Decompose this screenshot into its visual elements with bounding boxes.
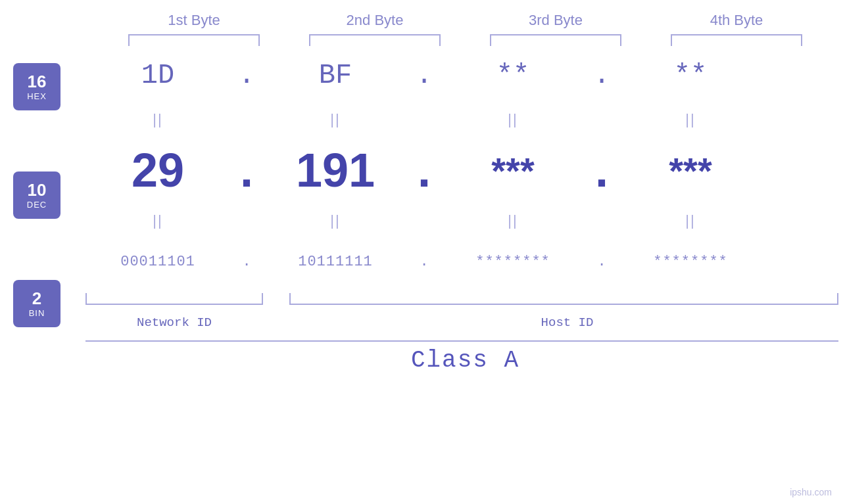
eq-row-1: || || || ||: [85, 105, 845, 134]
bracket-top-3: [490, 34, 621, 46]
bracket-top-1: [128, 34, 260, 46]
bin-b4: ********: [618, 254, 763, 270]
host-id-bracket: [289, 293, 838, 305]
eq-1-b3: ||: [441, 111, 585, 128]
badge-bin: 2 BIN: [13, 280, 60, 327]
host-id-label: Host ID: [289, 315, 845, 330]
dec-b2: 191: [263, 143, 408, 197]
badges-column: 16 HEX 10 DEC 2 BIN: [0, 46, 85, 374]
hex-b3: **: [441, 60, 585, 91]
hex-b4: **: [618, 60, 763, 91]
eq-2-b3: ||: [441, 212, 585, 229]
badge-hex: 16 HEX: [13, 63, 60, 110]
hex-b2: BF: [263, 60, 408, 91]
bin-b2: 10111111: [263, 254, 408, 270]
bottom-brackets: [85, 293, 845, 313]
hex-dot-3: .: [585, 60, 618, 91]
dec-dot-3: .: [585, 143, 618, 197]
full-main: 16 HEX 10 DEC 2 BIN 1D: [0, 46, 845, 374]
dec-row: 29 . 191 . *** .: [85, 134, 845, 206]
network-id-bracket: [85, 293, 263, 305]
bin-dot-1: .: [230, 254, 263, 270]
main-container: 1st Byte 2nd Byte 3rd Byte 4th Byte 16 H…: [0, 0, 845, 504]
badge-dec: 10 DEC: [13, 172, 60, 219]
dec-dot-1: .: [230, 143, 263, 197]
eq-2-b2: ||: [263, 212, 408, 229]
byte-1-label: 1st Byte: [122, 12, 266, 29]
hex-b1: 1D: [85, 60, 230, 91]
id-labels-row: Network ID Host ID: [85, 315, 845, 330]
byte-headers: 1st Byte 2nd Byte 3rd Byte 4th Byte: [104, 0, 827, 29]
eq-1-b4: ||: [618, 111, 763, 128]
byte-4-label: 4th Byte: [664, 12, 809, 29]
watermark: ipshu.com: [790, 487, 832, 497]
eq-2-b1: ||: [85, 212, 230, 229]
network-id-label: Network ID: [85, 315, 263, 330]
eq-row-2: || || || ||: [85, 206, 845, 235]
class-label: Class A: [85, 347, 845, 374]
byte-2-label: 2nd Byte: [302, 12, 447, 29]
hex-row: 1D . BF . ** .: [85, 46, 845, 105]
dec-dot-2: .: [408, 143, 441, 197]
top-brackets: [104, 34, 827, 46]
dec-b4: ***: [618, 149, 763, 192]
eq-1-b1: ||: [85, 111, 230, 128]
bin-dot-3: .: [585, 254, 618, 270]
dec-b1: 29: [85, 143, 230, 197]
hex-dot-2: .: [408, 60, 441, 91]
bin-b3: ********: [441, 254, 585, 270]
bracket-top-4: [671, 34, 802, 46]
bracket-top-2: [309, 34, 441, 46]
byte-3-label: 3rd Byte: [483, 12, 628, 29]
right-content: 1D . BF . ** .: [85, 46, 845, 374]
eq-2-b4: ||: [618, 212, 763, 229]
bin-row: 00011101 . 10111111 . ********: [85, 235, 845, 288]
hex-dot-1: .: [230, 60, 263, 91]
eq-1-b2: ||: [263, 111, 408, 128]
class-line: [85, 340, 838, 342]
dec-b3: ***: [441, 149, 585, 192]
bin-dot-2: .: [408, 254, 441, 270]
bin-b1: 00011101: [85, 254, 230, 270]
